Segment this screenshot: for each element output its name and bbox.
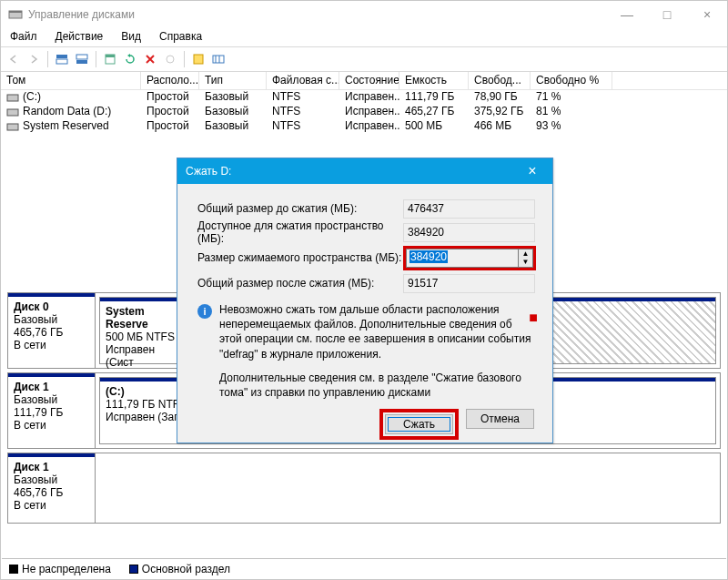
svg-rect-14: [7, 109, 18, 116]
col-fs[interactable]: Файловая с...: [267, 72, 339, 89]
disk-header[interactable]: Диск 1 Базовый 111,79 ГБ В сети: [8, 373, 96, 448]
dialog-title: Сжать D:: [186, 165, 231, 178]
info-text-2: Дополнительные сведения см. в разделе "С…: [197, 371, 536, 400]
menu-view[interactable]: Вид: [119, 28, 143, 46]
svg-rect-3: [56, 59, 67, 64]
svg-rect-7: [106, 55, 115, 57]
minimize-button[interactable]: —: [607, 1, 647, 28]
label-shrink-amount: Размер сжимаемого пространства (МБ):: [197, 251, 403, 264]
ok-button-highlight: Сжать: [379, 409, 459, 440]
table-row[interactable]: System Reserved Простой Базовый NTFS Исп…: [1, 119, 727, 134]
app-icon: [8, 7, 23, 22]
value-available: 384920: [403, 223, 535, 242]
partition[interactable]: System Reserve 500 МБ NTFS Исправен (Сис…: [99, 297, 185, 364]
disk-title: Диск 1: [14, 381, 49, 393]
properties-icon[interactable]: [101, 50, 119, 68]
shrink-amount-highlight: 384920 ▲▼: [403, 246, 536, 270]
window-title: Управление дисками: [28, 8, 135, 21]
legend-swatch-unallocated: [9, 565, 18, 574]
col-volume[interactable]: Том: [1, 72, 141, 89]
disk-title: Диск 0: [14, 300, 49, 313]
info-text-1: Невозможно сжать том дальше области расп…: [219, 303, 531, 361]
drive-icon: [6, 107, 19, 117]
svg-rect-15: [7, 124, 18, 130]
back-icon: [5, 50, 23, 68]
delete-icon[interactable]: [141, 50, 159, 68]
help-icon[interactable]: [189, 50, 207, 68]
svg-rect-13: [7, 95, 18, 101]
menu-file[interactable]: Файл: [8, 28, 39, 46]
table-row[interactable]: (C:) Простой Базовый NTFS Исправен... 11…: [1, 90, 727, 105]
spinner-buttons[interactable]: ▲▼: [519, 249, 533, 268]
toolbar: [1, 46, 727, 72]
scan-icon: [161, 50, 179, 68]
legend-swatch-primary: [129, 565, 138, 574]
shrink-button[interactable]: Сжать: [385, 414, 453, 434]
col-layout[interactable]: Располо...: [141, 72, 199, 89]
disk-header[interactable]: Диск 0 Базовый 465,76 ГБ В сети: [8, 293, 96, 368]
col-percent[interactable]: Свободно %: [531, 72, 612, 89]
table-header: Том Располо... Тип Файловая с... Состоян…: [1, 72, 727, 90]
info-icon: i: [197, 304, 212, 319]
table-row[interactable]: Random Data (D:) Простой Базовый NTFS Ис…: [1, 105, 727, 119]
disk-header[interactable]: Диск 1 Базовый 465,76 ГБ В сети: [8, 453, 96, 523]
label-total-after: Общий размер после сжатия (МБ):: [197, 277, 403, 290]
value-total-after: 91517: [403, 274, 535, 293]
svg-rect-5: [76, 60, 87, 64]
menu-action[interactable]: Действие: [54, 28, 106, 46]
svg-rect-4: [76, 55, 87, 59]
disk-panel: Диск 1 Базовый 465,76 ГБ В сети: [7, 453, 721, 524]
dialog-titlebar[interactable]: Сжать D: ×: [177, 158, 552, 184]
disk-title: Диск 1: [14, 461, 49, 473]
volume-list: (C:) Простой Базовый NTFS Исправен... 11…: [1, 90, 727, 134]
svg-point-8: [167, 56, 174, 63]
col-type[interactable]: Тип: [199, 72, 267, 89]
svg-rect-10: [213, 56, 224, 63]
settings-icon[interactable]: [209, 50, 228, 68]
col-free[interactable]: Свобод...: [469, 72, 531, 89]
view-bottom-icon[interactable]: [73, 50, 91, 68]
maximize-button[interactable]: □: [647, 1, 687, 28]
dialog-close-button[interactable]: ×: [521, 163, 544, 179]
shrink-amount-input[interactable]: 384920: [406, 249, 519, 268]
spin-up-icon[interactable]: ▲: [519, 249, 532, 259]
menubar: Файл Действие Вид Справка: [1, 28, 727, 46]
cancel-button[interactable]: Отмена: [466, 409, 534, 429]
col-capacity[interactable]: Емкость: [399, 72, 469, 89]
refresh-icon[interactable]: [121, 50, 139, 68]
spin-down-icon[interactable]: ▼: [519, 258, 532, 267]
forward-icon: [25, 50, 43, 68]
value-total-before: 476437: [403, 199, 535, 219]
view-top-icon[interactable]: [53, 50, 71, 68]
svg-rect-2: [56, 55, 67, 58]
svg-rect-1: [9, 11, 22, 13]
menu-help[interactable]: Справка: [157, 28, 204, 46]
svg-rect-9: [194, 55, 203, 64]
legend: Не распределена Основной раздел: [2, 558, 726, 578]
col-state[interactable]: Состояние: [339, 72, 399, 89]
drive-icon: [6, 92, 19, 103]
label-available: Доступное для сжатия пространство (МБ):: [197, 219, 403, 245]
label-total-before: Общий размер до сжатия (МБ):: [197, 202, 403, 215]
shrink-dialog: Сжать D: × Общий размер до сжатия (МБ): …: [177, 158, 553, 443]
drive-icon: [6, 121, 19, 132]
close-button[interactable]: ×: [687, 1, 727, 28]
titlebar: Управление дисками — □ ×: [1, 1, 727, 28]
